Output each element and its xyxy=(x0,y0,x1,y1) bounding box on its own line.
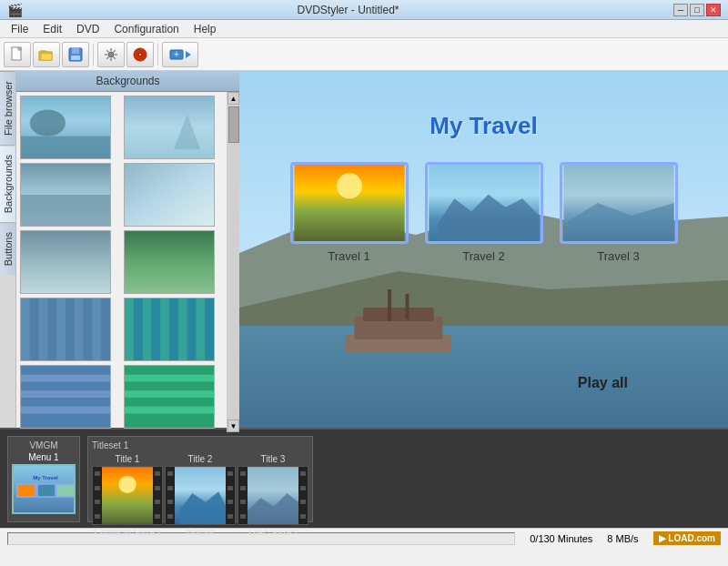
film-perfs-left xyxy=(93,467,102,524)
film-title1-image xyxy=(102,467,153,524)
menu-file[interactable]: File xyxy=(4,21,35,37)
new-button[interactable] xyxy=(4,42,31,67)
save-icon xyxy=(67,46,84,63)
background-thumb-6[interactable] xyxy=(124,230,215,294)
svg-rect-23 xyxy=(125,231,214,293)
menu-bar: File Edit DVD Configuration Help xyxy=(0,20,728,38)
film-title2-label: Title 2 xyxy=(188,454,213,464)
background-thumb-5[interactable] xyxy=(20,230,111,294)
open-button[interactable] xyxy=(33,42,60,67)
close-button[interactable]: ✕ xyxy=(706,4,721,16)
svg-rect-63 xyxy=(56,484,75,497)
vmgm-menu-label: Menu 1 xyxy=(28,452,58,462)
background-thumb-4[interactable] xyxy=(124,163,215,227)
svg-text:+: + xyxy=(174,49,179,59)
svg-rect-27 xyxy=(56,298,66,360)
svg-rect-50 xyxy=(363,308,434,321)
film-title3-label: Title 3 xyxy=(261,454,286,464)
window-title: DVDStyler - Untitled* xyxy=(23,4,673,16)
film-title2-caption: Harbor xyxy=(187,527,215,537)
menu-configuration[interactable]: Configuration xyxy=(106,21,186,37)
tab-buttons[interactable]: Buttons xyxy=(0,222,15,275)
thumb-travel1-label: Travel 1 xyxy=(328,249,369,263)
film-title3-image xyxy=(248,467,298,524)
title-bar: 🎬 DVDStyler - Untitled* ─ □ ✕ xyxy=(0,0,728,20)
main-area: File browser Backgrounds Buttons Backgro… xyxy=(0,71,728,428)
scroll-thumb[interactable] xyxy=(228,106,239,143)
svg-rect-17 xyxy=(125,96,214,158)
svg-rect-35 xyxy=(196,298,205,360)
new-icon xyxy=(9,46,25,63)
scrollbar[interactable]: ▲ ▼ xyxy=(227,92,239,432)
tab-file-browser[interactable]: File browser xyxy=(0,71,15,145)
svg-point-10 xyxy=(139,54,141,56)
thumb-travel3-label: Travel 3 xyxy=(597,249,639,263)
vmgm-label: VMGM xyxy=(29,440,57,450)
film-title3[interactable]: Title 3 Lak xyxy=(238,454,308,537)
svg-point-65 xyxy=(118,475,136,492)
preview-thumbs: Travel 1 Travel 2 xyxy=(239,162,728,263)
thumb-travel2-frame xyxy=(425,162,543,244)
film-title1-strip xyxy=(92,466,163,525)
menu-dvd[interactable]: DVD xyxy=(69,21,106,37)
background-thumb-3[interactable] xyxy=(20,163,111,227)
svg-rect-32 xyxy=(142,298,151,360)
tab-backgrounds[interactable]: Backgrounds xyxy=(0,145,15,222)
svg-rect-42 xyxy=(125,390,214,398)
svg-rect-38 xyxy=(21,390,110,398)
scroll-down-button[interactable]: ▼ xyxy=(228,419,239,432)
vmgm-menu-thumb[interactable]: My Travel xyxy=(12,464,76,514)
filmstrip-row: Title 1 Cor xyxy=(92,454,308,537)
thumb-travel3-frame xyxy=(560,162,678,244)
film-title2-strip xyxy=(165,466,236,525)
svg-rect-43 xyxy=(125,407,214,414)
background-thumb-1[interactable] xyxy=(20,96,111,159)
film-title1[interactable]: Title 1 Cor xyxy=(92,454,163,537)
panel-header: Backgrounds xyxy=(16,71,239,92)
background-thumb-10[interactable] xyxy=(124,365,215,429)
svg-rect-5 xyxy=(72,48,79,54)
svg-rect-39 xyxy=(21,407,110,414)
menu-help[interactable]: Help xyxy=(187,21,224,37)
svg-rect-28 xyxy=(75,298,84,360)
thumb-travel1[interactable]: Travel 1 xyxy=(290,162,409,263)
svg-rect-34 xyxy=(177,298,187,360)
film-title2-perfs-left xyxy=(166,467,175,524)
background-thumb-2[interactable] xyxy=(124,96,215,159)
burn-icon xyxy=(132,46,148,63)
minimize-button[interactable]: ─ xyxy=(673,4,688,16)
background-thumb-9[interactable] xyxy=(20,365,111,429)
film-title2[interactable]: Title 2 Har xyxy=(165,454,236,537)
film-title2-image xyxy=(175,467,226,524)
thumb-travel3[interactable]: Travel 3 xyxy=(560,162,678,263)
svg-rect-47 xyxy=(239,326,728,428)
film-title3-caption: Lake sunset xyxy=(248,527,298,537)
film-perfs-right xyxy=(153,467,162,524)
maximize-button[interactable]: □ xyxy=(690,4,704,16)
settings-button[interactable] xyxy=(97,42,125,67)
separator-1 xyxy=(93,44,94,66)
titleset-section: Titleset 1 Title 1 xyxy=(87,436,313,522)
sidebar-wrapper: File browser Backgrounds Buttons Backgro… xyxy=(0,71,239,428)
background-thumb-7[interactable] xyxy=(20,298,111,361)
thumb-travel2[interactable]: Travel 2 xyxy=(425,162,543,263)
svg-rect-31 xyxy=(125,298,134,360)
menu-edit[interactable]: Edit xyxy=(35,21,69,37)
add-icon: + xyxy=(169,46,191,63)
svg-rect-37 xyxy=(21,375,110,382)
svg-text:My Travel: My Travel xyxy=(33,475,58,480)
burn-button[interactable] xyxy=(126,42,154,67)
scroll-up-button[interactable]: ▲ xyxy=(228,92,239,105)
add-button[interactable]: + xyxy=(162,42,198,67)
svg-point-54 xyxy=(337,173,362,198)
save-button[interactable] xyxy=(62,42,89,67)
svg-rect-3 xyxy=(41,54,52,60)
background-thumb-8[interactable] xyxy=(124,298,215,361)
svg-rect-20 xyxy=(21,195,110,226)
separator-2 xyxy=(157,44,158,66)
svg-rect-41 xyxy=(125,375,214,382)
backgrounds-panel: Backgrounds xyxy=(16,71,239,428)
film-title1-label: Title 1 xyxy=(116,454,140,464)
svg-rect-29 xyxy=(92,298,101,360)
window-controls: ─ □ ✕ xyxy=(673,4,721,16)
